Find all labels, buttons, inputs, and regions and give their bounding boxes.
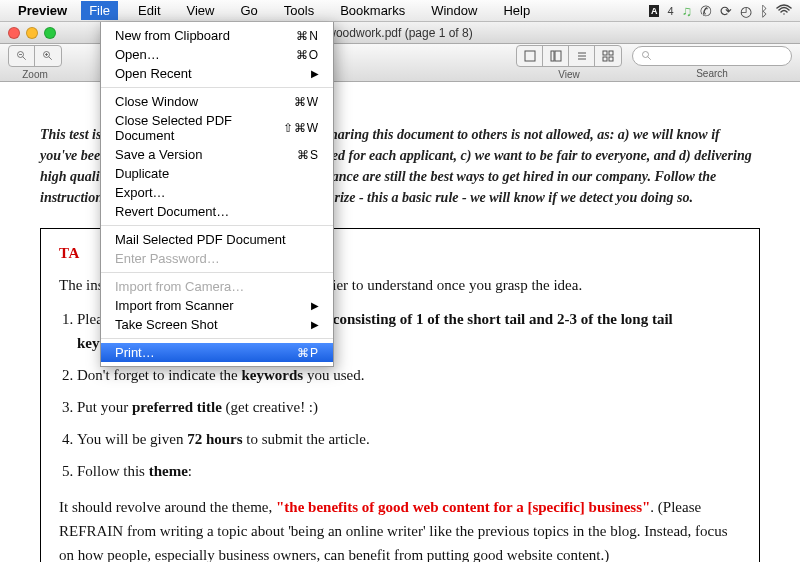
menubar: Preview File Edit View Go Tools Bookmark…: [0, 0, 800, 22]
clock-icon[interactable]: ◴: [740, 3, 752, 19]
menu-item-close-selected-pdf-document[interactable]: Close Selected PDF Document⇧⌘W: [101, 111, 333, 145]
menu-item-label: Close Window: [115, 94, 198, 109]
svg-line-4: [49, 57, 52, 60]
search-icon: [641, 50, 653, 62]
traffic-lights: [8, 27, 56, 39]
zoom-label: Zoom: [22, 69, 48, 80]
menu-item-new-from-clipboard[interactable]: New from Clipboard⌘N: [101, 26, 333, 45]
menu-item-close-window[interactable]: Close Window⌘W: [101, 92, 333, 111]
wifi-icon[interactable]: [776, 3, 792, 19]
svg-line-18: [648, 57, 651, 60]
menu-tools[interactable]: Tools: [278, 1, 320, 20]
menu-item-label: Print…: [115, 345, 155, 360]
menu-item-label: Save a Version: [115, 147, 202, 162]
submenu-arrow-icon: ▶: [311, 319, 319, 330]
menu-help[interactable]: Help: [497, 1, 536, 20]
minimize-window-button[interactable]: [26, 27, 38, 39]
svg-point-17: [643, 52, 649, 58]
menu-item-label: Revert Document…: [115, 204, 229, 219]
doc-theme-highlight: "the benefits of good web content for a …: [276, 499, 650, 515]
menu-shortcut: ⌘W: [294, 95, 319, 109]
view-content-only-button[interactable]: [517, 46, 543, 66]
menu-item-print[interactable]: Print…⌘P: [101, 343, 333, 362]
svg-rect-14: [609, 51, 613, 55]
svg-rect-16: [609, 57, 613, 61]
menu-item-revert-document[interactable]: Revert Document…: [101, 202, 333, 221]
menu-item-label: Duplicate: [115, 166, 169, 181]
svg-rect-15: [603, 57, 607, 61]
menu-separator: [101, 338, 333, 339]
menu-bookmarks[interactable]: Bookmarks: [334, 1, 411, 20]
zoom-window-button[interactable]: [44, 27, 56, 39]
view-contact-sheet-button[interactable]: [595, 46, 621, 66]
menu-item-label: Open Recent: [115, 66, 192, 81]
menu-item-label: Open…: [115, 47, 160, 62]
menu-item-duplicate[interactable]: Duplicate: [101, 164, 333, 183]
menu-item-label: Close Selected PDF Document: [115, 113, 283, 143]
menu-separator: [101, 272, 333, 273]
list-item: Follow this theme:: [77, 459, 741, 483]
menu-item-import-from-camera: Import from Camera…: [101, 277, 333, 296]
zoom-in-button[interactable]: [35, 46, 61, 66]
adobe-icon[interactable]: A: [649, 5, 660, 17]
menu-item-label: Import from Camera…: [115, 279, 244, 294]
menu-file[interactable]: File: [81, 1, 118, 20]
menu-shortcut: ⌘P: [297, 346, 319, 360]
menu-window[interactable]: Window: [425, 1, 483, 20]
view-toc-button[interactable]: [569, 46, 595, 66]
menu-item-label: Mail Selected PDF Document: [115, 232, 286, 247]
doc-theme-paragraph: It should revolve around the theme, "the…: [59, 495, 741, 562]
menu-item-take-screen-shot[interactable]: Take Screen Shot▶: [101, 315, 333, 334]
app-name[interactable]: Preview: [18, 3, 67, 18]
view-group: View: [516, 45, 622, 80]
sync-icon[interactable]: ⟳: [720, 3, 732, 19]
adobe-badge: 4: [667, 5, 673, 17]
view-label: View: [558, 69, 580, 80]
close-window-button[interactable]: [8, 27, 20, 39]
search-input[interactable]: [632, 46, 792, 66]
zoom-out-button[interactable]: [9, 46, 35, 66]
bluetooth-icon[interactable]: ᛒ: [760, 3, 768, 19]
menu-shortcut: ⌘O: [296, 48, 319, 62]
menu-item-enter-password: Enter Password…: [101, 249, 333, 268]
menu-item-import-from-scanner[interactable]: Import from Scanner▶: [101, 296, 333, 315]
menu-view[interactable]: View: [181, 1, 221, 20]
menu-item-open[interactable]: Open…⌘O: [101, 45, 333, 64]
menu-item-mail-selected-pdf-document[interactable]: Mail Selected PDF Document: [101, 230, 333, 249]
itunes-icon[interactable]: ♫: [682, 3, 693, 19]
svg-rect-13: [603, 51, 607, 55]
menubar-status-area: A 4 ♫ ✆ ⟳ ◴ ᛒ: [649, 3, 792, 19]
svg-rect-7: [525, 51, 535, 61]
svg-rect-8: [551, 51, 554, 61]
menu-shortcut: ⇧⌘W: [283, 121, 319, 135]
svg-rect-9: [555, 51, 561, 61]
menu-go[interactable]: Go: [234, 1, 263, 20]
menu-item-label: Take Screen Shot: [115, 317, 218, 332]
phone-icon[interactable]: ✆: [700, 3, 712, 19]
menu-item-label: Export…: [115, 185, 166, 200]
zoom-group: Zoom: [8, 45, 62, 80]
menu-item-label: Import from Scanner: [115, 298, 234, 313]
menu-item-open-recent[interactable]: Open Recent▶: [101, 64, 333, 83]
list-item: You will be given 72 hours to submit the…: [77, 427, 741, 451]
menu-item-export[interactable]: Export…: [101, 183, 333, 202]
submenu-arrow-icon: ▶: [311, 300, 319, 311]
menu-item-label: New from Clipboard: [115, 28, 230, 43]
submenu-arrow-icon: ▶: [311, 68, 319, 79]
menu-item-save-a-version[interactable]: Save a Version⌘S: [101, 145, 333, 164]
menu-separator: [101, 87, 333, 88]
menu-shortcut: ⌘S: [297, 148, 319, 162]
list-item: Put your preferred title (get creative! …: [77, 395, 741, 419]
search-group: Search: [632, 46, 792, 79]
menu-shortcut: ⌘N: [296, 29, 319, 43]
menu-edit[interactable]: Edit: [132, 1, 166, 20]
view-thumbnails-button[interactable]: [543, 46, 569, 66]
menu-separator: [101, 225, 333, 226]
menu-item-label: Enter Password…: [115, 251, 220, 266]
file-menu-dropdown: New from Clipboard⌘NOpen…⌘OOpen Recent▶C…: [100, 22, 334, 367]
search-label: Search: [696, 68, 728, 79]
svg-line-1: [22, 57, 25, 60]
